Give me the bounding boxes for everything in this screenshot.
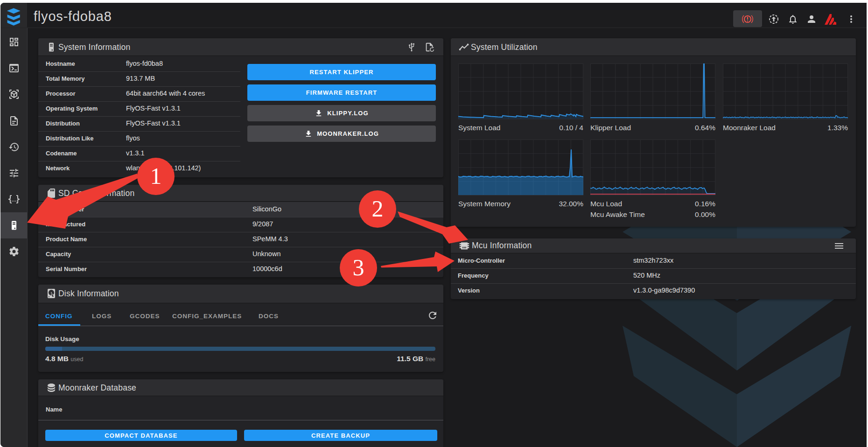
- svg-text:2: 2: [372, 196, 384, 222]
- svg-text:3: 3: [353, 254, 364, 280]
- svg-text:1: 1: [150, 163, 162, 189]
